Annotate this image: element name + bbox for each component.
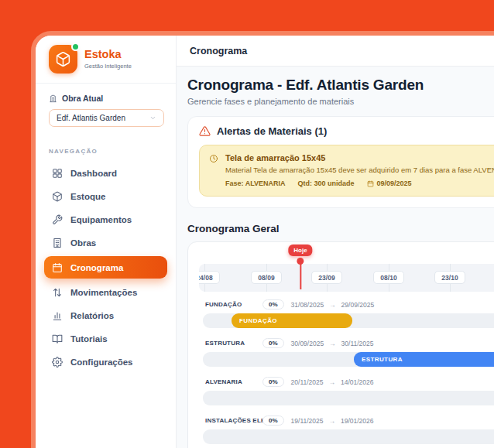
material-alerts-title: Alertas de Materiais (1) (217, 125, 327, 137)
brand-tagline: Gestão Inteligente (84, 63, 132, 70)
axis-date-label: 23/10 (434, 271, 465, 284)
phase-dates: 19/11/2025→19/01/2026 (291, 417, 374, 425)
tool-icon (52, 214, 63, 225)
today-marker: Hoje (288, 245, 312, 289)
topbar: Cronograma (177, 36, 494, 67)
sidebar-nav: DashboardEstoqueEquipamentosObrasCronogr… (36, 162, 176, 373)
arrow-right-icon: → (329, 301, 336, 309)
sidebar-item-label: Movimentações (70, 288, 137, 297)
brand-text: Estoka Gestão Inteligente (84, 49, 132, 69)
end-date: 29/09/2025 (341, 301, 375, 309)
obra-select[interactable]: Edf. Atlantis Garden (49, 109, 164, 127)
material-alerts-header: Alertas de Materiais (1) (199, 125, 494, 137)
material-alert-item: Tela de amarração 15x45 Material Tela de… (199, 145, 494, 197)
chevron-down-icon (149, 115, 156, 121)
start-date: 30/09/2025 (291, 340, 324, 347)
timeline-track (203, 429, 494, 444)
timeline-row: ESTRUTURA0%30/09/2025→30/11/2025ESTRUTUR… (203, 338, 494, 367)
material-alert-fase: Fase: ALVENARIA (225, 180, 286, 187)
start-date: 20/11/2025 (291, 378, 324, 386)
axis-date-label: 23/09 (311, 271, 342, 284)
timeline-row: INSTALAÇÕES ELÉ...0%19/11/2025→19/01/202… (203, 416, 494, 444)
axis-date-label: 08/09 (251, 271, 282, 284)
arrows-updown-icon (52, 287, 63, 298)
timeline-row: ALVENARIA0%20/11/2025→14/01/2026 (203, 377, 494, 405)
sidebar-item-equipamentos[interactable]: Equipamentos (44, 208, 167, 231)
estoka-logo-icon (49, 45, 77, 74)
sidebar-item-cronograma[interactable]: Cronograma (44, 256, 167, 279)
material-alert-qty: Qtd: 300 unidade (298, 180, 355, 187)
obra-atual-label-row: Obra Atual (49, 94, 164, 103)
end-date: 14/01/2026 (341, 378, 374, 386)
sidebar-item-label: Configurações (70, 357, 133, 367)
progress-badge: 0% (262, 377, 284, 387)
phase-bar[interactable]: ESTRUTURA (354, 352, 494, 367)
phase-bar[interactable]: FUNDAÇÃO (232, 313, 352, 328)
clock-icon (209, 154, 218, 163)
material-alerts-card: Alertas de Materiais (1) Tela de amarraç… (187, 116, 494, 208)
sidebar-item-label: Estoque (70, 192, 105, 201)
sidebar-item-dashboard[interactable]: Dashboard (44, 162, 167, 184)
phase-name: ESTRUTURA (205, 340, 262, 347)
sidebar-item-movimentacoes[interactable]: Movimentações (44, 281, 167, 303)
bar-chart-icon (52, 310, 63, 321)
arrow-right-icon: → (328, 378, 335, 386)
phase-name: FUNDAÇÃO (205, 301, 262, 308)
material-alert-name: Tela de amarração 15x45 (225, 153, 494, 162)
sidebar-item-tutoriais[interactable]: Tutoriais (44, 327, 167, 350)
sidebar-item-estoque[interactable]: Estoque (44, 185, 167, 207)
sidebar-item-configuracoes[interactable]: Configurações (44, 351, 167, 373)
progress-badge: 0% (262, 416, 284, 426)
phase-dates: 30/09/2025→30/11/2025 (291, 340, 374, 347)
warning-triangle-icon (199, 125, 211, 137)
start-date: 19/11/2025 (291, 417, 324, 425)
phase-dates: 31/08/2025→29/09/2025 (291, 301, 375, 309)
book-icon (52, 333, 63, 344)
sidebar-item-label: Equipamentos (70, 215, 132, 224)
material-alert-description: Material Tela de amarração 15x45 deve se… (225, 166, 494, 174)
timeline-track: FUNDAÇÃO (203, 313, 494, 328)
today-line (300, 264, 301, 289)
axis-date-label: 24/08 (199, 271, 220, 284)
page-title: Cronograma - Edf. Atlantis Garden (187, 77, 494, 94)
calendar-small-icon (367, 180, 374, 187)
page-content: Cronograma - Edf. Atlantis Garden Gerenc… (177, 67, 494, 448)
obra-select-value: Edf. Atlantis Garden (57, 114, 125, 122)
today-label: Hoje (288, 245, 312, 256)
sidebar-item-obras[interactable]: Obras (44, 231, 167, 254)
online-status-dot (71, 43, 80, 51)
sidebar-item-label: Dashboard (70, 169, 117, 178)
app-window: Estoka Gestão Inteligente Obra Atual Edf… (31, 31, 494, 448)
phase-dates: 20/11/2025→14/01/2026 (291, 378, 374, 386)
material-alert-date-row: 09/09/2025 (367, 180, 412, 187)
sidebar-item-label: Tutoriais (70, 334, 108, 344)
arrow-right-icon: → (329, 340, 336, 347)
main-area: Cronograma Cronograma - Edf. Atlantis Ga… (177, 36, 494, 448)
gear-icon (52, 357, 63, 368)
axis-date-label: 08/10 (373, 271, 404, 284)
sidebar: Estoka Gestão Inteligente Obra Atual Edf… (36, 36, 177, 448)
page-subtitle: Gerencie fases e planejamento de materia… (187, 97, 494, 106)
start-date: 31/08/2025 (291, 301, 324, 309)
building-icon (52, 238, 63, 248)
material-alert-date: 09/09/2025 (377, 180, 412, 187)
phase-name: ALVENARIA (205, 378, 262, 385)
progress-badge: 0% (262, 299, 284, 309)
sidebar-item-label: Relatórios (70, 311, 114, 320)
sidebar-item-relatorios[interactable]: Relatórios (44, 304, 167, 327)
sidebar-item-label: Cronograma (70, 263, 123, 272)
end-date: 30/11/2025 (341, 340, 374, 347)
nav-section-header: NAVEGAÇÃO (36, 127, 176, 162)
progress-badge: 0% (262, 338, 284, 348)
material-alert-meta: Fase: ALVENARIA Qtd: 300 unidade 09/09/2… (225, 180, 494, 187)
sidebar-item-label: Obras (70, 238, 96, 248)
arrow-right-icon: → (328, 417, 335, 425)
topbar-title: Cronograma (190, 46, 247, 56)
dashboard-icon (52, 168, 63, 179)
timeline-card: Hoje 24/0808/0923/0908/1023/10 FUNDAÇÃO0… (187, 241, 494, 448)
obra-atual-section: Obra Atual Edf. Atlantis Garden (36, 84, 176, 127)
timeline-rows: FUNDAÇÃO0%31/08/2025→29/09/2025FUNDAÇÃOE… (203, 299, 494, 444)
timeline-track: ESTRUTURA (203, 352, 494, 367)
timeline-row-head: ESTRUTURA0%30/09/2025→30/11/2025 (205, 338, 494, 348)
timeline-row-head: INSTALAÇÕES ELÉ...0%19/11/2025→19/01/202… (205, 416, 494, 426)
